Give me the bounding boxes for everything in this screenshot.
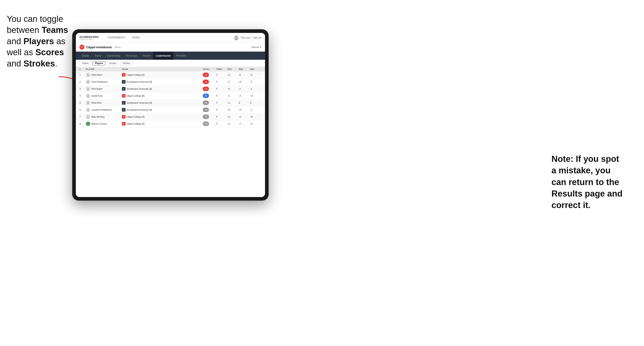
toggle-teams[interactable]: Teams: [80, 61, 91, 65]
rd1: -5: [228, 81, 239, 83]
score-badge: -2: [203, 87, 209, 91]
svg-point-3: [87, 74, 89, 75]
team-cell: S Scoreboard University [A]: [122, 87, 167, 91]
svg-point-7: [87, 88, 89, 89]
team-cell: S Scoreboard University [A]: [122, 101, 167, 105]
table-row: 1 Elliot Ebert C Clippd College [A] -8 F…: [76, 71, 265, 78]
rank: 7: [80, 116, 86, 118]
tab-printables[interactable]: Printables: [173, 52, 189, 60]
player-name: Cameron Robertson: [92, 109, 112, 111]
toggle-strokes[interactable]: Strokes: [120, 61, 133, 65]
team-name: Scoreboard University [A]: [126, 102, 152, 104]
col-spacer: [167, 68, 203, 70]
rd2: +1: [239, 116, 250, 118]
thru: F: [216, 95, 228, 97]
rd3: +2: [250, 123, 262, 125]
total-score: +1: [203, 101, 216, 105]
thru: F: [216, 102, 228, 104]
rd2: +2: [239, 109, 250, 111]
table-row: 2 Chris Robertson S Scoreboard Universit…: [76, 78, 265, 85]
svg-point-8: [87, 89, 89, 90]
total-score: +8: [203, 115, 216, 119]
nav-tournaments[interactable]: TOURNAMENTS: [104, 33, 128, 43]
col-total: TOTAL: [203, 68, 216, 70]
rd3: -4: [250, 81, 262, 83]
col-thru: THRU: [216, 68, 228, 70]
sign-out-link[interactable]: Sign out: [253, 36, 262, 39]
right-annotation: Note: If you spota mistake, youcan retur…: [552, 153, 637, 211]
score-badge: +8: [203, 115, 209, 119]
score-badge: +1: [203, 101, 209, 105]
toggle-players[interactable]: Players: [92, 61, 106, 65]
team-name: Scoreboard University [A]: [126, 81, 152, 83]
svg-point-15: [87, 116, 89, 117]
annotation-line2: between Teams: [7, 25, 68, 35]
table-row: 6 Cameron Robertson S Scoreboard Univers…: [76, 106, 265, 113]
nav-teams[interactable]: TEAMS: [128, 33, 143, 43]
rd1: +1: [228, 88, 239, 90]
svg-point-17: [87, 123, 89, 124]
rd3: -1: [250, 88, 262, 90]
annotation-line1: You can toggle: [7, 14, 63, 24]
col-team: TEAM: [122, 68, 167, 70]
tournament-title-area: C Clippd Invitational (Men): [80, 45, 121, 50]
rd3: E: [250, 102, 262, 104]
team-logo: S: [122, 108, 126, 112]
toggle-scores[interactable]: Scores: [107, 61, 119, 65]
cancel-button[interactable]: Cancel ✕: [251, 46, 262, 49]
rd2: -2: [239, 88, 250, 90]
rd1: +2: [228, 116, 239, 118]
tab-tee-groups[interactable]: Tee Groups: [123, 52, 140, 60]
table-row: 7 Blair McHarg C Clippd College [A] +8 F…: [76, 113, 265, 120]
table-row: 8 Marcus Turners C Clippd College [A] +1…: [76, 120, 265, 127]
player-avatar: [86, 122, 90, 126]
total-score: -8: [203, 73, 216, 77]
score-badge: -8: [203, 73, 209, 77]
tablet-screen: SCOREBOARD Powered by clippd TOURNAMENTS…: [76, 33, 265, 197]
left-annotation: You can toggle between Teams and Players…: [7, 13, 70, 69]
rd2: +5: [239, 81, 250, 83]
svg-point-14: [87, 110, 89, 111]
tab-course-setup[interactable]: Course Setup: [104, 52, 123, 60]
player-name: Elliot Ebert: [92, 74, 102, 76]
player-name: David Ford: [92, 95, 102, 97]
tab-details[interactable]: Details: [80, 52, 92, 60]
player-name: Marcus Turners: [92, 123, 107, 125]
total-score: +11: [203, 122, 216, 126]
user-name: Test User |: [241, 36, 252, 39]
rd1: +1: [228, 102, 239, 104]
team-name: Clippd College [A]: [126, 123, 144, 125]
logo-text: SCOREBOARD: [80, 36, 98, 38]
team-logo: C: [122, 122, 126, 126]
team-name: Clippd College [A]: [126, 116, 144, 118]
tab-teams[interactable]: Teams: [92, 52, 104, 60]
svg-point-5: [87, 81, 89, 82]
rank: 5: [80, 102, 86, 104]
annotation-line3: and Players as: [7, 36, 66, 46]
player-name: Rich Butler: [92, 88, 102, 90]
svg-point-2: [235, 38, 238, 40]
rank: 8: [80, 123, 86, 125]
thru: F: [216, 123, 228, 125]
top-nav: SCOREBOARD Powered by clippd TOURNAMENTS…: [76, 33, 265, 43]
tab-results[interactable]: Results: [140, 52, 153, 60]
player-name: Rees Britt: [92, 102, 101, 104]
total-score: E: [203, 94, 216, 98]
tab-leaderboards[interactable]: Leaderboards: [153, 52, 173, 60]
player-avatar: [86, 87, 90, 91]
svg-point-4: [87, 75, 89, 76]
svg-point-11: [87, 102, 89, 103]
rd1: +5: [228, 109, 239, 111]
score-badge: +11: [203, 122, 209, 126]
svg-point-13: [87, 109, 89, 110]
col-rd1: RD1: [228, 68, 239, 70]
team-cell: C Clippd College [A]: [122, 94, 167, 98]
col-rank: #: [80, 68, 86, 70]
team-logo: S: [122, 80, 126, 84]
toggle-row: Teams Players Scores Strokes: [76, 60, 265, 67]
rank: 4: [80, 95, 86, 97]
team-logo: C: [122, 115, 126, 119]
score-badge: E: [203, 94, 209, 98]
thru: F: [216, 81, 228, 83]
rd3: +3: [250, 95, 262, 97]
